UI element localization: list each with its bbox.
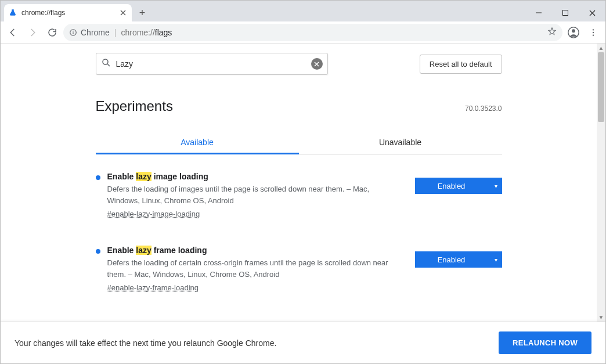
- flag-title: Enable lazy frame loading: [107, 246, 403, 255]
- svg-point-2: [73, 30, 74, 31]
- search-icon: [101, 57, 111, 70]
- bookmark-star-icon[interactable]: [547, 27, 557, 38]
- tabs: Available Unavailable: [96, 131, 502, 154]
- flag-row: Enable lazy image loading Defers the loa…: [96, 154, 502, 228]
- reload-button[interactable]: [44, 24, 61, 41]
- minimize-button[interactable]: [525, 4, 552, 21]
- browser-toolbar: Chrome | chrome://flags: [1, 21, 605, 44]
- address-bar[interactable]: Chrome | chrome://flags: [63, 24, 562, 41]
- flag-description: Defers the loading of images until the p…: [107, 183, 403, 206]
- close-window-button[interactable]: [579, 4, 605, 21]
- flag-hash-link[interactable]: #enable-lazy-image-loading: [107, 210, 200, 218]
- modified-dot-icon: [96, 249, 100, 254]
- tab-available[interactable]: Available: [96, 131, 299, 154]
- svg-point-9: [103, 59, 108, 64]
- page-viewport: Reset all to default Experiments 70.0.35…: [1, 44, 605, 363]
- version-label: 70.0.3523.0: [465, 104, 502, 113]
- flask-icon: [9, 9, 17, 17]
- site-info-icon[interactable]: Chrome: [69, 28, 110, 37]
- flag-row: Enable lazy frame loading Defers the loa…: [96, 228, 502, 302]
- scrollbar-thumb[interactable]: [598, 52, 604, 122]
- search-input[interactable]: [116, 59, 306, 69]
- flag-title: Enable lazy image loading: [107, 172, 403, 181]
- tab-title: chrome://flags: [21, 9, 114, 17]
- flag-state-select[interactable]: Enabled: [415, 178, 502, 194]
- svg-point-6: [593, 29, 594, 30]
- clear-search-icon[interactable]: [311, 58, 323, 70]
- omnibox-label: Chrome: [81, 28, 110, 37]
- vertical-scrollbar[interactable]: ▲ ▼: [597, 44, 605, 322]
- reset-all-button[interactable]: Reset all to default: [420, 55, 502, 74]
- flag-description: Defers the loading of certain cross-orig…: [107, 257, 403, 280]
- flag-hash-link[interactable]: #enable-lazy-frame-loading: [107, 283, 199, 292]
- svg-point-8: [593, 34, 594, 35]
- page-title: Experiments: [96, 98, 173, 114]
- window-titlebar: chrome://flags +: [1, 1, 605, 21]
- scroll-down-icon[interactable]: ▼: [597, 313, 605, 322]
- window-controls: [525, 4, 605, 21]
- close-tab-icon[interactable]: [119, 9, 127, 17]
- omnibox-url: chrome://flags: [121, 28, 172, 37]
- modified-dot-icon: [96, 175, 100, 180]
- profile-avatar-icon[interactable]: [565, 24, 582, 41]
- maximize-button[interactable]: [552, 4, 579, 21]
- relaunch-bar: Your changes will take effect the next t…: [1, 322, 605, 363]
- browser-tab[interactable]: chrome://flags: [4, 4, 132, 21]
- kebab-menu-icon[interactable]: [585, 24, 602, 41]
- forward-button[interactable]: [24, 24, 41, 41]
- scroll-up-icon[interactable]: ▲: [597, 44, 605, 52]
- relaunch-now-button[interactable]: RELAUNCH NOW: [499, 331, 591, 354]
- tab-unavailable[interactable]: Unavailable: [299, 131, 502, 154]
- svg-rect-3: [73, 32, 73, 34]
- new-tab-button[interactable]: +: [134, 5, 150, 21]
- relaunch-message: Your changes will take effect the next t…: [15, 338, 276, 348]
- flag-state-select[interactable]: Enabled: [415, 251, 502, 268]
- svg-point-7: [593, 31, 594, 33]
- svg-rect-0: [563, 10, 568, 16]
- flags-search-box[interactable]: [96, 53, 328, 75]
- svg-point-5: [572, 29, 575, 33]
- back-button[interactable]: [4, 24, 21, 41]
